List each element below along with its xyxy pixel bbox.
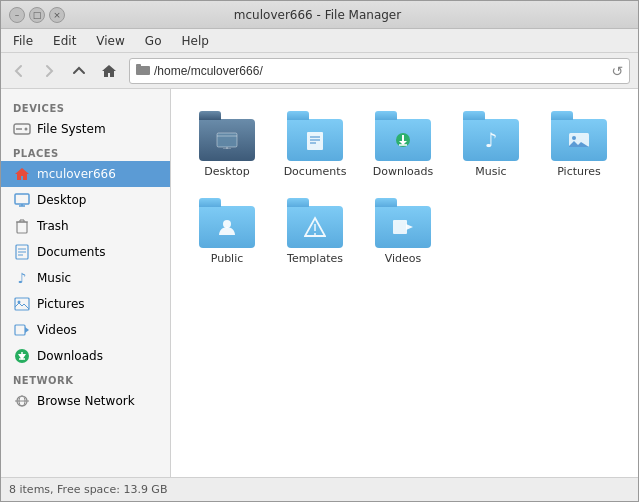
- folder-icon: [136, 63, 150, 75]
- menu-file[interactable]: File: [5, 32, 41, 50]
- main-content: DEVICES File System PLACES mculover666 D…: [1, 89, 638, 477]
- desktop-file-label: Desktop: [204, 165, 249, 178]
- file-item-videos[interactable]: Videos: [363, 192, 443, 271]
- titlebar: – □ × mculover666 - File Manager: [1, 1, 638, 29]
- sidebar-item-downloads[interactable]: Downloads: [1, 343, 170, 369]
- location-folder-icon: [136, 63, 150, 78]
- pictures-folder-icon: [549, 111, 609, 161]
- menubar: File Edit View Go Help: [1, 29, 638, 53]
- sidebar-item-documents[interactable]: Documents: [1, 239, 170, 265]
- videos-icon: [13, 321, 31, 339]
- music-icon: ♪: [13, 269, 31, 287]
- desktop-icon: [13, 191, 31, 209]
- menu-go[interactable]: Go: [137, 32, 170, 50]
- home-button[interactable]: [95, 57, 123, 85]
- file-item-music[interactable]: ♪ Music: [451, 105, 531, 184]
- pictures-icon: [13, 295, 31, 313]
- back-button[interactable]: [5, 57, 33, 85]
- browse-network-label: Browse Network: [37, 394, 135, 408]
- sidebar-item-desktop[interactable]: Desktop: [1, 187, 170, 213]
- sidebar-item-trash[interactable]: Trash: [1, 213, 170, 239]
- downloads-folder-icon: [373, 111, 433, 161]
- statusbar: 8 items, Free space: 13.9 GB: [1, 477, 638, 501]
- music-file-label: Music: [475, 165, 506, 178]
- menu-help[interactable]: Help: [173, 32, 216, 50]
- svg-rect-17: [15, 298, 29, 310]
- downloads-label: Downloads: [37, 349, 103, 363]
- file-item-downloads[interactable]: Downloads: [363, 105, 443, 184]
- network-section-label: NETWORK: [1, 369, 170, 388]
- location-bar[interactable]: ↺: [129, 58, 630, 84]
- back-icon: [12, 64, 26, 78]
- forward-icon: [42, 64, 56, 78]
- public-file-label: Public: [211, 252, 244, 265]
- file-item-pictures[interactable]: Pictures: [539, 105, 619, 184]
- home-icon: [13, 165, 31, 183]
- templates-folder-icon: [285, 198, 345, 248]
- refresh-button[interactable]: ↺: [611, 63, 623, 79]
- filesystem-label: File System: [37, 122, 106, 136]
- sidebar-item-browse-network[interactable]: Browse Network: [1, 388, 170, 414]
- file-grid: Desktop Documents: [187, 105, 622, 271]
- svg-rect-1: [136, 64, 141, 67]
- minimize-button[interactable]: –: [9, 7, 25, 23]
- sidebar-item-home[interactable]: mculover666: [1, 161, 170, 187]
- videos-folder-icon: [373, 198, 433, 248]
- svg-rect-0: [136, 66, 150, 75]
- file-item-public[interactable]: Public: [187, 192, 267, 271]
- music-label: Music: [37, 271, 71, 285]
- file-item-documents[interactable]: Documents: [275, 105, 355, 184]
- svg-rect-32: [307, 132, 323, 150]
- svg-marker-47: [406, 224, 413, 230]
- trash-icon: [13, 217, 31, 235]
- menu-view[interactable]: View: [88, 32, 132, 50]
- file-item-desktop[interactable]: Desktop: [187, 105, 267, 184]
- downloads-icon: [13, 347, 31, 365]
- sidebar-item-filesystem[interactable]: File System: [1, 116, 170, 142]
- up-icon: [72, 64, 86, 78]
- sidebar-item-videos[interactable]: Videos: [1, 317, 170, 343]
- videos-label: Videos: [37, 323, 77, 337]
- svg-rect-5: [15, 194, 29, 204]
- file-item-templates[interactable]: Templates: [275, 192, 355, 271]
- documents-file-label: Documents: [284, 165, 347, 178]
- svg-rect-8: [17, 222, 27, 233]
- public-folder-icon: [197, 198, 257, 248]
- hdd-icon: [13, 120, 31, 138]
- maximize-button[interactable]: □: [29, 7, 45, 23]
- svg-rect-46: [393, 220, 407, 234]
- desktop-label: Desktop: [37, 193, 87, 207]
- menu-edit[interactable]: Edit: [45, 32, 84, 50]
- close-button[interactable]: ×: [49, 7, 65, 23]
- documents-icon: [13, 243, 31, 261]
- pictures-file-label: Pictures: [557, 165, 601, 178]
- places-section-label: PLACES: [1, 142, 170, 161]
- svg-rect-19: [15, 325, 25, 335]
- templates-file-label: Templates: [287, 252, 343, 265]
- trash-label: Trash: [37, 219, 69, 233]
- toolbar: ↺: [1, 53, 638, 89]
- forward-button[interactable]: [35, 57, 63, 85]
- documents-folder-icon: [285, 111, 345, 161]
- file-area: Desktop Documents: [171, 89, 638, 477]
- network-icon: [13, 392, 31, 410]
- pictures-label: Pictures: [37, 297, 85, 311]
- location-input[interactable]: [154, 64, 607, 78]
- up-button[interactable]: [65, 57, 93, 85]
- downloads-file-label: Downloads: [373, 165, 433, 178]
- home-label: mculover666: [37, 167, 116, 181]
- window-title: mculover666 - File Manager: [65, 8, 570, 22]
- svg-point-42: [223, 220, 231, 228]
- documents-label: Documents: [37, 245, 105, 259]
- file-manager-window: – □ × mculover666 - File Manager File Ed…: [0, 0, 639, 502]
- window-controls: – □ ×: [9, 7, 65, 23]
- svg-marker-20: [25, 327, 29, 333]
- statusbar-text: 8 items, Free space: 13.9 GB: [9, 483, 167, 496]
- videos-file-label: Videos: [385, 252, 422, 265]
- sidebar-item-music[interactable]: ♪ Music: [1, 265, 170, 291]
- devices-section-label: DEVICES: [1, 97, 170, 116]
- sidebar-item-pictures[interactable]: Pictures: [1, 291, 170, 317]
- home-icon: [101, 64, 117, 78]
- svg-rect-28: [217, 133, 237, 147]
- sidebar: DEVICES File System PLACES mculover666 D…: [1, 89, 171, 477]
